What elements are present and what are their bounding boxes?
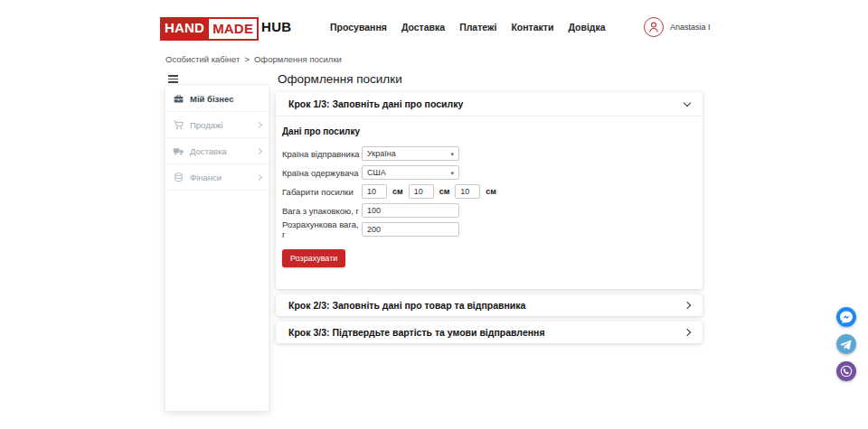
person-icon: [646, 19, 662, 35]
messenger-button[interactable]: [836, 307, 856, 327]
sidebar-item-label: Продажі: [190, 120, 222, 130]
logo-hand: HAND: [160, 17, 209, 41]
logo-hub: HUB: [259, 17, 292, 41]
sender-country-row: Країна відправника Україна ▾: [282, 146, 692, 161]
sidebar-toggle-hamburger-icon[interactable]: [168, 75, 178, 85]
calculated-weight-label: Розрахункова вага, г: [282, 219, 362, 239]
user-name: Anastasia I: [670, 23, 711, 32]
cart-icon: [173, 119, 184, 131]
packed-weight-label: Вага з упаковкою, г: [282, 206, 362, 216]
calculate-button[interactable]: Розрахувати: [282, 249, 345, 267]
calculated-weight-input[interactable]: [362, 222, 459, 237]
logo-made: MADE: [209, 17, 259, 41]
user-menu[interactable]: Anastasia I: [644, 17, 711, 37]
logo[interactable]: HAND MADE HUB: [160, 17, 292, 41]
main-nav: Просування Доставка Платежі Контакти Дов…: [330, 22, 606, 33]
sidebar-item-finance[interactable]: Фінанси: [165, 164, 269, 191]
nav-item-delivery[interactable]: Доставка: [401, 22, 445, 33]
dimension-length-input[interactable]: [362, 184, 387, 199]
sidebar-item-label: Мій бізнес: [190, 94, 233, 104]
packed-weight-row: Вага з упаковкою, г: [282, 203, 692, 218]
header: HAND MADE HUB Просування Доставка Платеж…: [0, 0, 868, 50]
step-3-header[interactable]: Крок 3/3: Підтвердьте вартість та умови …: [276, 322, 703, 343]
breadcrumb-current: Оформлення посилки: [254, 54, 342, 64]
viber-icon: [836, 361, 856, 381]
sidebar-item-delivery[interactable]: Доставка: [165, 138, 269, 164]
sender-country-value: Україна: [367, 149, 396, 158]
step-1-body: Дані про посилку Країна відправника Укра…: [276, 117, 703, 289]
step-2-title: Крок 2/3: Заповніть дані про товар та ві…: [288, 300, 525, 311]
breadcrumb: Особистий кабінет > Оформлення посилки: [165, 54, 342, 64]
chevron-right-icon: [256, 121, 262, 127]
step-1-header[interactable]: Крок 1/3: Заповніть дані про посилку: [276, 92, 703, 117]
dimensions-label: Габарити посилки: [282, 187, 362, 197]
truck-icon: [173, 145, 184, 157]
nav-item-payments[interactable]: Платежі: [459, 22, 496, 33]
sidebar-item-sales[interactable]: Продажі: [165, 112, 269, 138]
step-3-card: Крок 3/3: Підтвердьте вартість та умови …: [276, 322, 703, 343]
chevron-right-icon: [256, 147, 262, 154]
calculated-weight-row: Розрахункова вага, г: [282, 222, 692, 237]
step-2-header[interactable]: Крок 2/3: Заповніть дані про товар та ві…: [276, 294, 703, 316]
nav-item-promotion[interactable]: Просування: [330, 22, 387, 33]
sidebar-item-my-business[interactable]: Мій бізнес: [165, 86, 269, 112]
viber-button[interactable]: [836, 361, 856, 381]
chevron-right-icon: [684, 302, 691, 309]
sidebar: Мій бізнес Продажі Доставка: [165, 86, 269, 411]
sender-country-label: Країна відправника: [282, 149, 362, 159]
step-1-title: Крок 1/3: Заповніть дані про посилку: [288, 98, 463, 109]
recipient-country-row: Країна одержувача США ▾: [282, 165, 692, 180]
packed-weight-input[interactable]: [362, 203, 459, 218]
briefcase-icon: [173, 93, 184, 105]
breadcrumb-separator: >: [244, 54, 250, 64]
caret-down-icon: ▾: [450, 151, 454, 157]
chevron-down-icon: [684, 98, 691, 106]
recipient-country-value: США: [367, 168, 386, 177]
breadcrumb-home[interactable]: Особистий кабінет: [165, 54, 240, 64]
sender-country-select[interactable]: Україна ▾: [362, 146, 459, 161]
step-3-title: Крок 3/3: Підтвердьте вартість та умови …: [288, 327, 545, 338]
nav-item-contacts[interactable]: Контакти: [511, 22, 553, 33]
unit-cm-label: см: [392, 187, 403, 196]
unit-cm-label: см: [486, 187, 496, 196]
nav-item-help[interactable]: Довідка: [568, 22, 605, 33]
sidebar-item-label: Доставка: [190, 146, 227, 156]
recipient-country-label: Країна одержувача: [282, 168, 362, 178]
dimension-width-input[interactable]: [409, 184, 434, 199]
chevron-right-icon: [256, 173, 262, 180]
unit-cm-label: см: [439, 187, 450, 196]
sidebar-item-label: Фінанси: [190, 173, 222, 182]
main-content: Оформлення посилки Крок 1/3: Заповніть д…: [276, 72, 703, 349]
caret-down-icon: ▾: [450, 170, 454, 176]
telegram-icon: [836, 334, 856, 354]
dimensions-row: Габарити посилки см см см: [282, 184, 692, 199]
dimension-height-input[interactable]: [455, 184, 480, 199]
user-avatar-icon: [644, 17, 664, 37]
recipient-country-select[interactable]: США ▾: [362, 165, 459, 180]
step-1-card: Крок 1/3: Заповніть дані про посилку Дан…: [276, 92, 703, 289]
chevron-right-icon: [684, 329, 691, 336]
page-title: Оформлення посилки: [278, 72, 703, 86]
floating-social-buttons: [836, 307, 856, 381]
telegram-button[interactable]: [836, 334, 856, 354]
messenger-icon: [836, 307, 856, 327]
coins-icon: [173, 172, 184, 183]
parcel-data-section-title: Дані про посилку: [282, 126, 692, 136]
step-2-card: Крок 2/3: Заповніть дані про товар та ві…: [276, 294, 703, 316]
